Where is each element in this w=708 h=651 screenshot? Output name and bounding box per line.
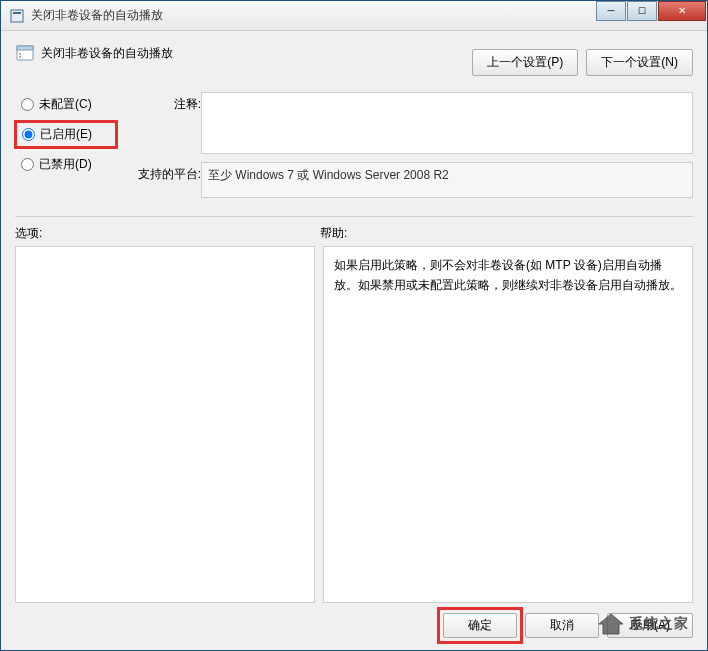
svg-point-4 [19,53,21,55]
window-controls: ─ ☐ ✕ [596,1,707,23]
details-column: 注释: 支持的平台: 至少 Windows 7 或 Windows Server… [133,92,693,206]
next-setting-button[interactable]: 下一个设置(N) [586,49,693,76]
maximize-button[interactable]: ☐ [627,1,657,21]
divider [15,216,693,217]
radio-disabled-input[interactable] [21,158,34,171]
app-icon [9,8,25,24]
policy-title-text: 关闭非卷设备的自动播放 [41,45,173,62]
panel-labels: 选项: 帮助: [15,225,693,242]
radio-enabled-label: 已启用(E) [40,126,92,143]
panels-row: 如果启用此策略，则不会对非卷设备(如 MTP 设备)启用自动播放。如果禁用或未配… [15,246,693,603]
ok-button[interactable]: 确定 [443,613,517,638]
dialog-window: 关闭非卷设备的自动播放 ─ ☐ ✕ 关闭非卷设备的自动播放 上一个设置(P) 下… [0,0,708,651]
ok-button-highlight: 确定 [443,613,517,638]
cancel-button[interactable]: 取消 [525,613,599,638]
titlebar: 关闭非卷设备的自动播放 ─ ☐ ✕ [1,1,707,31]
nav-buttons: 上一个设置(P) 下一个设置(N) [472,49,693,76]
header-row: 关闭非卷设备的自动播放 上一个设置(P) 下一个设置(N) [15,43,693,76]
apply-button[interactable]: 应用(A) [607,613,693,638]
platform-label: 支持的平台: [133,162,201,198]
radio-group: 未配置(C) 已启用(E) 已禁用(D) [15,96,113,173]
footer-buttons: 确定 取消 应用(A) [15,603,693,638]
minimize-button[interactable]: ─ [596,1,626,21]
policy-icon [15,43,35,63]
options-label: 选项: [15,225,320,242]
comment-textarea[interactable] [201,92,693,154]
platform-row: 支持的平台: 至少 Windows 7 或 Windows Server 200… [133,162,693,198]
prev-setting-button[interactable]: 上一个设置(P) [472,49,578,76]
window-title: 关闭非卷设备的自动播放 [31,7,596,24]
radio-column: 未配置(C) 已启用(E) 已禁用(D) [15,92,113,206]
content-area: 关闭非卷设备的自动播放 上一个设置(P) 下一个设置(N) 未配置(C) 已启用… [1,31,707,650]
help-text: 如果启用此策略，则不会对非卷设备(如 MTP 设备)启用自动播放。如果禁用或未配… [334,258,682,292]
svg-point-5 [19,56,21,58]
radio-enabled[interactable]: 已启用(E) [19,125,113,144]
config-section: 未配置(C) 已启用(E) 已禁用(D) 注释: [15,92,693,206]
policy-title-block: 关闭非卷设备的自动播放 [15,43,472,63]
help-label: 帮助: [320,225,347,242]
platform-box: 至少 Windows 7 或 Windows Server 2008 R2 [201,162,693,198]
radio-not-configured[interactable]: 未配置(C) [21,96,113,113]
close-button[interactable]: ✕ [658,1,706,21]
radio-disabled-label: 已禁用(D) [39,156,92,173]
radio-disabled[interactable]: 已禁用(D) [21,156,113,173]
radio-enabled-input[interactable] [22,128,35,141]
svg-rect-3 [17,46,33,50]
options-panel [15,246,315,603]
svg-rect-1 [13,12,21,14]
svg-rect-0 [11,10,23,22]
radio-not-configured-input[interactable] [21,98,34,111]
help-panel[interactable]: 如果启用此策略，则不会对非卷设备(如 MTP 设备)启用自动播放。如果禁用或未配… [323,246,693,603]
radio-not-configured-label: 未配置(C) [39,96,92,113]
comment-label: 注释: [133,92,201,154]
comment-row: 注释: [133,92,693,154]
platform-value: 至少 Windows 7 或 Windows Server 2008 R2 [208,168,449,182]
